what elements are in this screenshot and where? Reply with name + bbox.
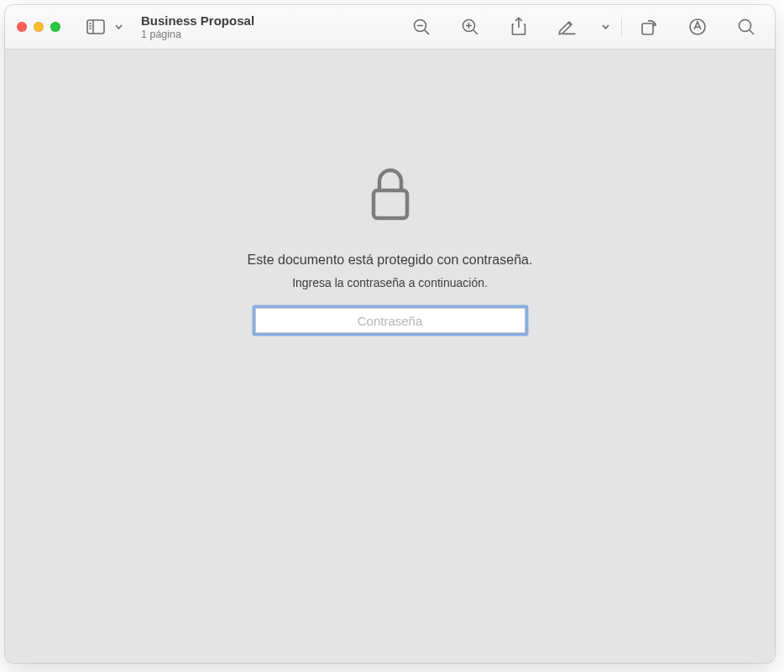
svg-line-18: [750, 30, 754, 34]
divider: [621, 18, 622, 36]
toolbar-right: [405, 12, 763, 42]
zoom-out-button[interactable]: [405, 12, 438, 42]
svg-rect-0: [87, 20, 104, 34]
zoom-in-button[interactable]: [453, 12, 487, 42]
lock-icon: [368, 167, 413, 222]
lock-icon-wrapper: [368, 167, 413, 222]
maximize-window-button[interactable]: [50, 22, 60, 32]
close-window-button[interactable]: [17, 22, 27, 32]
pencil-icon: [557, 18, 578, 35]
sidebar-toggle-button[interactable]: [79, 12, 112, 42]
zoom-out-icon: [412, 18, 431, 36]
content-area: Este documento está protegido con contra…: [5, 49, 775, 663]
search-icon: [737, 18, 755, 36]
titlebar: Business Proposal 1 página: [5, 5, 775, 49]
sidebar-toggle-group: [79, 12, 124, 42]
document-title: Business Proposal: [141, 13, 254, 29]
preview-window: Business Proposal 1 página: [5, 5, 775, 663]
highlight-button[interactable]: [681, 12, 714, 42]
document-subtitle: 1 página: [141, 29, 254, 41]
protected-message: Este documento está protegido con contra…: [248, 253, 533, 268]
svg-rect-14: [642, 23, 653, 34]
minimize-window-button[interactable]: [34, 22, 44, 32]
markup-menu-chevron[interactable]: [599, 12, 611, 42]
svg-line-6: [425, 30, 429, 34]
markup-button[interactable]: [551, 12, 584, 42]
share-button[interactable]: [502, 12, 536, 42]
rotate-button[interactable]: [632, 12, 666, 42]
svg-rect-19: [374, 190, 407, 218]
marker-icon: [688, 18, 707, 36]
zoom-in-icon: [461, 18, 479, 36]
svg-line-9: [473, 30, 478, 34]
share-icon: [510, 17, 527, 37]
svg-point-17: [740, 20, 751, 32]
rotate-icon: [640, 18, 658, 36]
chevron-down-icon: [115, 24, 123, 29]
sidebar-menu-chevron[interactable]: [112, 12, 124, 42]
instruction-message: Ingresa la contraseña a continuación.: [292, 276, 488, 289]
sidebar-icon: [86, 19, 105, 34]
title-block: Business Proposal 1 página: [141, 13, 254, 41]
traffic-lights: [17, 22, 60, 32]
search-button[interactable]: [729, 12, 763, 42]
chevron-down-icon: [602, 24, 609, 29]
password-input[interactable]: [255, 308, 525, 333]
